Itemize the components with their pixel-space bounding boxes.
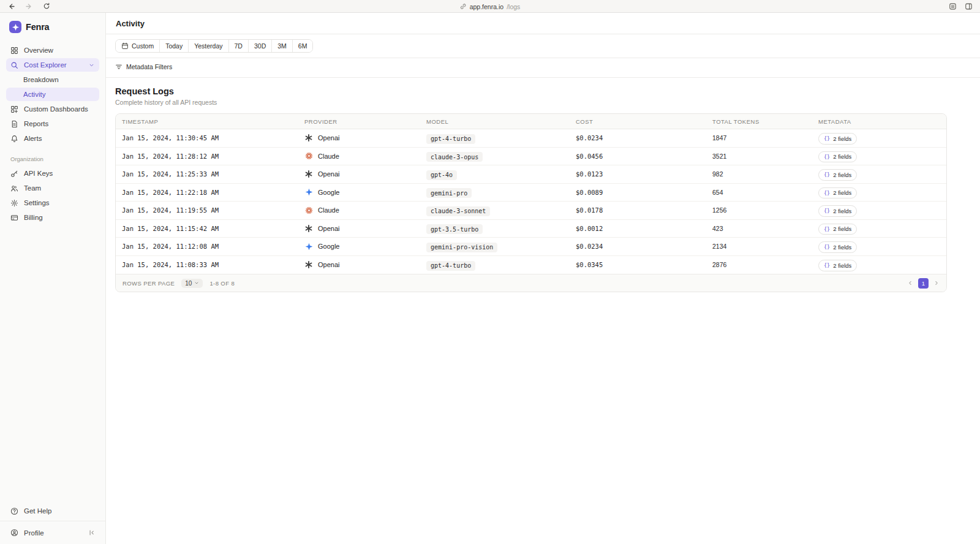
address-bar[interactable]: app.fenra.io/logs <box>460 0 521 13</box>
date-range-button-7d[interactable]: 7D <box>229 40 249 52</box>
braces-icon: {} <box>824 135 830 142</box>
table-row[interactable]: Jan 15, 2024, 11:22:18 AMGooglegemini-pr… <box>116 184 946 202</box>
date-range-label: 30D <box>254 42 266 50</box>
sidebar-item-label: Activity <box>23 91 45 98</box>
date-range-button-6m[interactable]: 6M <box>293 40 313 52</box>
openai-icon <box>304 134 313 142</box>
date-range-label: 7D <box>235 42 243 50</box>
provider-name: Claude <box>318 206 339 214</box>
report-icon <box>10 120 18 128</box>
braces-icon: {} <box>824 244 830 250</box>
metadata-badge[interactable]: {}2 fields <box>818 260 857 271</box>
provider-name: Openai <box>318 134 339 142</box>
search-icon <box>10 61 18 69</box>
sidebar-item-cost-explorer[interactable]: Cost Explorer <box>6 58 99 72</box>
metadata-badge[interactable]: {}2 fields <box>818 151 857 163</box>
column-header-timestamp: TIMESTAMP <box>116 118 298 125</box>
braces-icon: {} <box>824 154 830 160</box>
reader-mode-icon <box>949 2 957 10</box>
tokens-cell: 1256 <box>706 206 812 214</box>
previous-page-button[interactable] <box>907 280 913 286</box>
metadata-badge[interactable]: {}2 fields <box>818 187 857 199</box>
table-row[interactable]: Jan 15, 2024, 11:28:12 AMClaudeclaude-3-… <box>116 148 946 166</box>
tokens-cell: 3521 <box>706 153 812 160</box>
sidebar-item-overview[interactable]: Overview <box>6 43 99 57</box>
model-pill: gemini-pro-vision <box>426 243 497 252</box>
calendar-icon <box>121 42 129 50</box>
sidebar-item-team[interactable]: Team <box>6 181 99 195</box>
request-logs-table: TIMESTAMPPROVIDERMODELCOSTTOTAL TOKENSME… <box>115 113 947 292</box>
braces-icon: {} <box>824 172 830 178</box>
page-1-button[interactable]: 1 <box>918 278 929 289</box>
sidebar-item-settings[interactable]: Settings <box>6 196 99 210</box>
google-icon <box>304 243 313 251</box>
sidebar-item-profile[interactable]: Profile <box>0 521 105 544</box>
sidebar-item-label: Reports <box>24 120 48 127</box>
sidebar-item-alerts[interactable]: Alerts <box>6 132 99 145</box>
sidebar-item-activity[interactable]: Activity <box>6 88 99 101</box>
metadata-count: 2 fields <box>833 172 851 178</box>
collapse-sidebar-button[interactable] <box>88 529 95 536</box>
sidebar: Fenra OverviewCost ExplorerBreakdownActi… <box>0 13 106 544</box>
cost-cell: $0.0178 <box>570 206 706 214</box>
chevron-down-icon <box>194 281 199 285</box>
table-row[interactable]: Jan 15, 2024, 11:30:45 AMOpenaigpt-4-tur… <box>116 129 946 148</box>
date-range-button-yesterday[interactable]: Yesterday <box>189 40 228 52</box>
provider-name: Google <box>318 243 339 250</box>
table-row[interactable]: Jan 15, 2024, 11:08:33 AMOpenaigpt-4-tur… <box>116 256 946 274</box>
table-row[interactable]: Jan 15, 2024, 11:25:33 AMOpenaigpt-4o$0.… <box>116 165 946 184</box>
key-icon <box>10 170 18 178</box>
sidebar-item-label: Overview <box>24 47 53 54</box>
sidebar-toggle-button[interactable] <box>965 2 973 10</box>
cost-cell: $0.0123 <box>570 170 706 178</box>
model-pill: claude-3-sonnet <box>426 206 490 216</box>
browser-forward-button[interactable] <box>25 2 33 10</box>
timestamp-cell: Jan 15, 2024, 11:08:33 AM <box>116 261 298 268</box>
rows-per-page-select[interactable]: 10 <box>181 279 203 288</box>
timestamp-cell: Jan 15, 2024, 11:22:18 AM <box>116 189 298 196</box>
url-path: /logs <box>507 3 520 10</box>
table-row[interactable]: Jan 15, 2024, 11:12:08 AMGooglegemini-pr… <box>116 238 946 256</box>
metadata-cell: {}2 fields <box>812 168 946 181</box>
metadata-filters-button[interactable]: Metadata Filters <box>115 63 172 70</box>
provider-cell: Google <box>298 188 420 196</box>
browser-reload-button[interactable] <box>43 2 50 10</box>
model-cell: gpt-4o <box>420 168 570 180</box>
table-row[interactable]: Jan 15, 2024, 11:15:42 AMOpenaigpt-3.5-t… <box>116 220 946 238</box>
team-icon <box>10 184 18 192</box>
browser-back-button[interactable] <box>7 2 15 10</box>
column-header-provider: PROVIDER <box>298 118 420 125</box>
braces-icon: {} <box>824 208 830 214</box>
sidebar-item-api-keys[interactable]: API Keys <box>6 167 99 180</box>
pager: 1 <box>907 278 940 289</box>
metadata-count: 2 fields <box>833 135 851 142</box>
metadata-badge[interactable]: {}2 fields <box>818 169 857 181</box>
date-filter-bar: CustomTodayYesterday7D30D3M6M <box>106 34 980 58</box>
sidebar-section-label: Organization <box>10 156 95 162</box>
metadata-badge[interactable]: {}2 fields <box>818 133 857 145</box>
metadata-count: 2 fields <box>833 189 851 196</box>
date-range-button-today[interactable]: Today <box>160 40 189 52</box>
fenra-logo-icon <box>9 21 21 33</box>
next-page-button[interactable] <box>933 280 940 286</box>
provider-cell: Openai <box>298 134 420 142</box>
metadata-cell: {}2 fields <box>812 240 946 253</box>
sidebar-item-reports[interactable]: Reports <box>6 117 99 130</box>
date-range-button-custom[interactable]: Custom <box>116 40 160 52</box>
metadata-badge[interactable]: {}2 fields <box>818 224 857 235</box>
metadata-badge[interactable]: {}2 fields <box>818 241 857 253</box>
openai-icon <box>304 260 313 269</box>
sidebar-nav: OverviewCost ExplorerBreakdownActivityCu… <box>6 43 99 146</box>
tokens-cell: 982 <box>706 170 812 178</box>
metadata-count: 2 fields <box>833 225 851 232</box>
sidebar-item-custom-dashboards[interactable]: Custom Dashboards <box>6 102 99 116</box>
table-row[interactable]: Jan 15, 2024, 11:19:55 AMClaudeclaude-3-… <box>116 202 946 220</box>
sidebar-item-billing[interactable]: Billing <box>6 211 99 224</box>
date-range-button-30d[interactable]: 30D <box>249 40 272 52</box>
timestamp-cell: Jan 15, 2024, 11:25:33 AM <box>116 170 298 178</box>
date-range-button-3m[interactable]: 3M <box>272 40 293 52</box>
reader-mode-button[interactable] <box>949 2 957 10</box>
sidebar-item-breakdown[interactable]: Breakdown <box>6 73 99 86</box>
metadata-badge[interactable]: {}2 fields <box>818 205 857 217</box>
sidebar-item-get-help[interactable]: Get Help <box>0 501 105 521</box>
